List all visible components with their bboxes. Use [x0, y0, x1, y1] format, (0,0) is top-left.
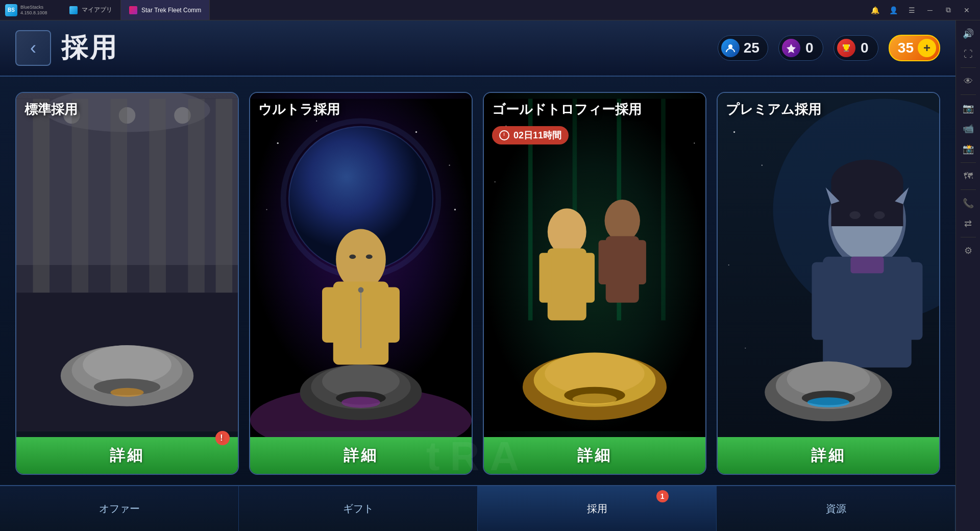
sidebar-phone-icon[interactable]: 📞	[959, 194, 977, 212]
svg-point-83	[728, 264, 729, 266]
minimize-button[interactable]: ─	[922, 3, 938, 17]
tab-myapp[interactable]: マイアプリ	[61, 0, 121, 20]
svg-point-82	[762, 165, 763, 166]
svg-rect-35	[322, 287, 339, 343]
close-button[interactable]: ✕	[959, 3, 975, 17]
card-ultra-image: ウルトラ採用	[250, 93, 472, 437]
card-gold[interactable]: ゴールドトロフィー採用 02日11時間 詳細	[483, 92, 706, 475]
svg-point-40	[366, 254, 373, 259]
svg-rect-3	[844, 51, 849, 52]
tab-myapp-label: マイアプリ	[82, 6, 112, 14]
card-standard-btn[interactable]: 詳細 !	[16, 437, 238, 474]
svg-point-81	[733, 131, 735, 133]
svg-point-33	[336, 229, 386, 289]
svg-point-73	[849, 211, 861, 219]
svg-rect-77	[823, 257, 912, 368]
svg-point-28	[454, 209, 456, 210]
sidebar-swap-icon[interactable]: ⇄	[959, 214, 977, 233]
svg-point-21	[110, 388, 143, 397]
svg-rect-58	[635, 240, 646, 284]
svg-point-26	[449, 165, 450, 166]
nav-resources[interactable]: 資源	[717, 486, 955, 531]
account-button[interactable]: 👤	[885, 3, 901, 17]
resource-trophy: 0	[834, 35, 878, 61]
svg-rect-78	[812, 262, 828, 340]
gold-plus-button[interactable]: +	[918, 39, 936, 57]
tab-stfc-label: Star Trek Fleet Comm	[141, 7, 201, 14]
sidebar-eye-icon[interactable]: 👁	[959, 72, 977, 90]
svg-rect-54	[582, 253, 595, 303]
timer-value: 02日11時間	[513, 129, 561, 141]
bottom-nav: オファー ギフト 1 採用 資源	[0, 485, 955, 531]
restore-button[interactable]: ⧉	[940, 3, 957, 17]
svg-rect-13	[149, 99, 166, 293]
bluestacks-topbar: BS BlueStacks4.150.8.1008 マイアプリ Star Tre…	[0, 0, 980, 20]
card-gold-label: ゴールドトロフィー採用	[492, 101, 642, 118]
sidebar-divider-1	[961, 67, 976, 68]
trophy-value: 0	[860, 40, 870, 56]
tab-stfc[interactable]: Star Trek Fleet Comm	[121, 0, 210, 20]
sidebar-fullscreen-icon[interactable]: ⛶	[959, 45, 977, 63]
card-premium-btn-label: 詳細	[811, 445, 846, 466]
trophy-icon	[837, 39, 855, 57]
sidebar-divider-4	[961, 189, 976, 190]
svg-point-55	[605, 200, 640, 242]
svg-rect-14	[188, 99, 205, 293]
window-controls: 🔔 👤 ☰ ─ ⧉ ✕	[862, 3, 980, 17]
svg-point-39	[349, 254, 356, 259]
card-premium-image: プレミアム採用	[718, 93, 939, 437]
card-ultra-btn-label: 詳細	[344, 445, 378, 466]
svg-point-27	[266, 209, 267, 210]
header-resources: 25 0 0 35 +	[718, 35, 940, 61]
game-header: ‹ 採用 25 0 0	[0, 20, 955, 77]
page-title: 採用	[61, 30, 118, 66]
tab-myapp-favicon	[69, 6, 78, 14]
tab-stfc-favicon	[129, 6, 137, 14]
nav-offer[interactable]: オファー	[0, 486, 239, 531]
back-button[interactable]: ‹	[15, 30, 51, 66]
sidebar-camera-icon[interactable]: 📷	[959, 99, 977, 117]
nav-offer-label: オファー	[99, 502, 140, 516]
svg-point-89	[807, 397, 849, 407]
svg-rect-57	[599, 240, 610, 284]
bluestacks-logo: BS BlueStacks4.150.8.1008	[0, 4, 61, 16]
sidebar-divider-3	[961, 162, 976, 163]
card-gold-timer: 02日11時間	[492, 126, 569, 144]
menu-button[interactable]: ☰	[903, 3, 920, 17]
timer-icon	[499, 130, 509, 140]
card-ultra[interactable]: ウルトラ採用 詳細	[249, 92, 473, 475]
sidebar-map-icon[interactable]: 🗺	[959, 167, 977, 185]
svg-rect-56	[606, 236, 639, 303]
svg-point-23	[277, 142, 279, 144]
resource-gold: 35 +	[889, 35, 940, 61]
nav-recruit[interactable]: 1 採用	[478, 486, 717, 531]
card-premium-btn[interactable]: 詳細	[718, 437, 939, 474]
notification-button[interactable]: 🔔	[867, 3, 883, 17]
svg-point-19	[83, 345, 172, 384]
svg-rect-80	[850, 257, 884, 274]
sidebar-settings-icon[interactable]: ⚙	[959, 242, 977, 260]
right-sidebar: 🔊 ⛶ 👁 📷 📹 📸 🗺 📞 ⇄ ⚙	[955, 20, 980, 531]
resource-crew: 25	[718, 35, 768, 61]
card-gold-btn-label: 詳細	[577, 445, 612, 466]
card-ultra-label: ウルトラ採用	[258, 101, 340, 118]
svg-point-25	[415, 131, 417, 133]
svg-rect-50	[661, 99, 666, 321]
card-grid: 標準採用 詳細 !	[0, 82, 955, 485]
svg-rect-12	[110, 99, 127, 293]
nav-gift[interactable]: ギフト	[239, 486, 478, 531]
bluestacks-icon: BS	[5, 4, 17, 16]
svg-point-0	[728, 44, 732, 49]
card-standard[interactable]: 標準採用 詳細 !	[15, 92, 239, 475]
svg-rect-15	[216, 99, 233, 293]
svg-rect-53	[540, 253, 552, 303]
card-standard-label: 標準採用	[24, 101, 78, 118]
sidebar-screenshot-icon[interactable]: 📸	[959, 140, 977, 158]
card-premium-label: プレミアム採用	[726, 101, 821, 118]
sidebar-volume-icon[interactable]: 🔊	[959, 25, 977, 43]
svg-point-38	[358, 287, 364, 293]
sidebar-video-icon[interactable]: 📹	[959, 119, 977, 138]
svg-point-65	[694, 142, 695, 143]
crew-value: 25	[744, 40, 760, 56]
card-premium[interactable]: プレミアム採用 詳細	[717, 92, 940, 475]
